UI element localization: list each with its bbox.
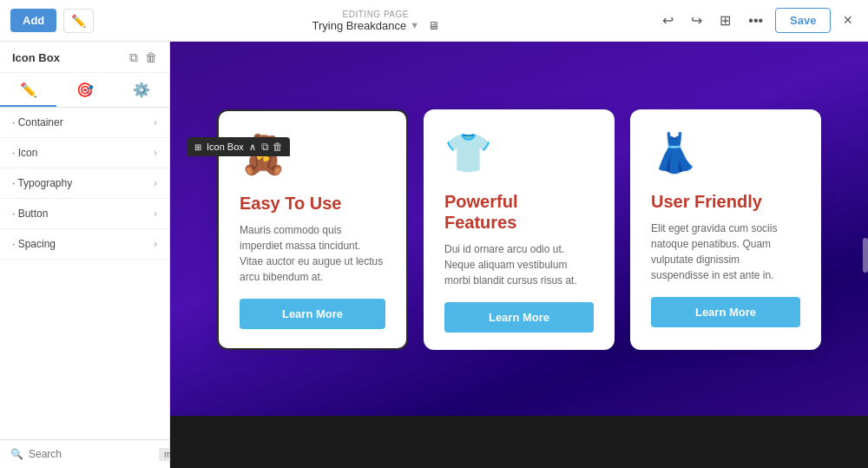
editing-label: EDITING PAGE bbox=[343, 10, 409, 19]
card-powerful-features: 👕 Powerful Features Dui id ornare arcu o… bbox=[424, 109, 615, 350]
card-icon-img-1: 👕 bbox=[444, 131, 492, 174]
redo-button[interactable]: ↪ bbox=[686, 9, 707, 32]
card-title-0: Easy To Use bbox=[240, 193, 385, 214]
more-options-button[interactable]: ••• bbox=[743, 10, 768, 32]
card-button-2[interactable]: Learn More bbox=[651, 297, 800, 327]
widget-bar: ⊞ Icon Box ∧ ⧉ 🗑 bbox=[187, 137, 290, 156]
section-typography-arrow: › bbox=[154, 177, 157, 189]
left-panel: Icon Box ⧉ 🗑 ✏️ 🎯 ⚙️ · Container › · Ico… bbox=[0, 42, 170, 468]
search-input[interactable] bbox=[29, 448, 159, 460]
panel-title: Icon Box bbox=[12, 51, 60, 64]
topbar-center: EDITING PAGE Trying Breakdance ▼ 🖥 bbox=[312, 10, 440, 32]
widget-bar-up-icon: ∧ bbox=[249, 142, 256, 153]
panel-title-row: Icon Box ⧉ 🗑 bbox=[0, 42, 169, 73]
tab-settings[interactable]: ⚙️ bbox=[113, 73, 169, 107]
duplicate-icon[interactable]: ⧉ bbox=[129, 50, 138, 65]
search-row: 🔍 bbox=[10, 448, 159, 460]
section-spacing-arrow: › bbox=[154, 238, 157, 250]
card-icon-1: 👕 bbox=[444, 130, 493, 179]
section-container-label: · Container bbox=[12, 116, 63, 129]
section-spacing-label: · Spacing bbox=[12, 238, 56, 250]
section-icon-label: · Icon bbox=[12, 147, 37, 159]
card-text-1: Dui id ornare arcu odio ut. Neque aliqua… bbox=[444, 241, 594, 288]
canvas-bottom-section bbox=[170, 416, 868, 468]
section-container-arrow: › bbox=[154, 116, 157, 129]
tab-style[interactable]: ✏️ bbox=[0, 73, 56, 107]
card-icon-img-2: 👗 bbox=[651, 131, 699, 174]
layers-button[interactable]: ⊞ bbox=[714, 9, 736, 32]
topbar-right: ↩ ↪ ⊞ ••• Save × bbox=[657, 8, 858, 33]
card-button-0[interactable]: Learn More bbox=[240, 299, 385, 329]
topbar: Add ✏️ EDITING PAGE Trying Breakdance ▼ … bbox=[0, 0, 868, 42]
panel-title-icons: ⧉ 🗑 bbox=[129, 50, 157, 65]
card-icon-2: 👗 bbox=[651, 130, 700, 179]
section-button-label: · Button bbox=[12, 208, 48, 220]
topbar-left: Add ✏️ bbox=[10, 9, 94, 33]
widget-delete-button[interactable]: 🗑 bbox=[273, 141, 283, 153]
section-typography-label: · Typography bbox=[12, 177, 72, 189]
page-name: Trying Breakdance bbox=[312, 19, 407, 32]
card-text-0: Mauris commodo quis imperdiet massa tinc… bbox=[240, 222, 385, 285]
panel-footer: 🔍 modified ⚙️ bbox=[0, 439, 169, 468]
delete-icon[interactable]: 🗑 bbox=[145, 50, 157, 65]
resize-handle[interactable] bbox=[863, 238, 868, 273]
section-icon-arrow: › bbox=[154, 147, 157, 159]
panel-tabs: ✏️ 🎯 ⚙️ bbox=[0, 73, 169, 108]
canvas-area: ⊞ Icon Box ∧ ⧉ 🗑 🧸 Easy To Use bbox=[170, 42, 868, 468]
card-user-friendly: 👗 User Friendly Elit eget gravida cum so… bbox=[630, 109, 821, 350]
close-button[interactable]: × bbox=[838, 8, 858, 33]
section-icon[interactable]: · Icon › bbox=[0, 138, 169, 168]
page-name-row: Trying Breakdance ▼ 🖥 bbox=[312, 19, 440, 32]
search-icon: 🔍 bbox=[10, 448, 23, 460]
monitor-icon[interactable]: 🖥 bbox=[428, 19, 439, 32]
card-title-2: User Friendly bbox=[651, 191, 800, 212]
section-button[interactable]: · Button › bbox=[0, 199, 169, 229]
card-button-1[interactable]: Learn More bbox=[444, 302, 594, 333]
save-button[interactable]: Save bbox=[775, 8, 831, 33]
card-title-1: Powerful Features bbox=[444, 191, 594, 233]
tab-advanced[interactable]: 🎯 bbox=[56, 73, 113, 107]
section-spacing[interactable]: · Spacing › bbox=[0, 229, 169, 260]
widget-duplicate-button[interactable]: ⧉ bbox=[261, 141, 269, 153]
card-text-2: Elit eget gravida cum sociis natoque pen… bbox=[651, 221, 800, 283]
undo-button[interactable]: ↩ bbox=[657, 9, 679, 32]
edit-icon-button[interactable]: ✏️ bbox=[63, 9, 94, 33]
add-button[interactable]: Add bbox=[10, 9, 56, 32]
widget-bar-label: Icon Box bbox=[207, 142, 244, 152]
section-button-arrow: › bbox=[154, 208, 157, 220]
widget-bar-actions: ⧉ 🗑 bbox=[261, 141, 283, 153]
widget-bar-icon: ⊞ bbox=[194, 142, 201, 152]
main-area: Icon Box ⧉ 🗑 ✏️ 🎯 ⚙️ · Container › · Ico… bbox=[0, 42, 868, 468]
canvas-inner: ⊞ Icon Box ∧ ⧉ 🗑 🧸 Easy To Use bbox=[170, 42, 868, 468]
section-container[interactable]: · Container › bbox=[0, 108, 169, 138]
section-typography[interactable]: · Typography › bbox=[0, 168, 169, 199]
dropdown-icon[interactable]: ▼ bbox=[410, 20, 419, 30]
